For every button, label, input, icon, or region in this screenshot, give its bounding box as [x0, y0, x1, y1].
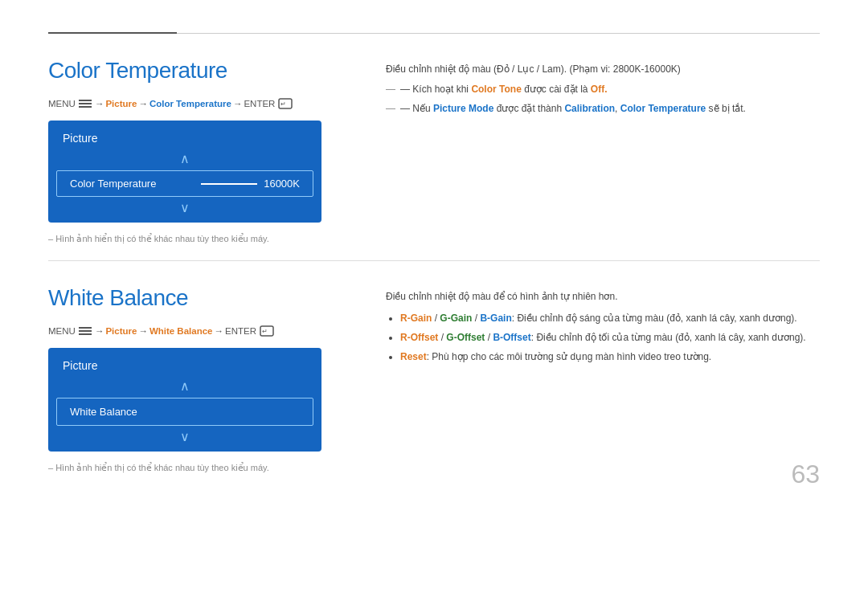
- svg-rect-2: [79, 106, 92, 108]
- section2-menu-box: Picture ∧ White Balance ∨: [48, 348, 321, 452]
- wb-bullet-3: Reset: Phù hợp cho các môi trường sử dụn…: [400, 349, 820, 364]
- menu-picture1: Picture: [105, 99, 137, 108]
- top-dividers: [48, 32, 820, 34]
- section2-menu-path: MENU → Picture → White Balance → ENTER ↵: [48, 325, 354, 337]
- chevron-down-2: ∨: [48, 429, 321, 445]
- mid-divider: [48, 260, 820, 261]
- section2-right: Điều chỉnh nhiệt độ màu để có hình ảnh t…: [386, 285, 820, 473]
- menu-label-2: MENU: [48, 326, 76, 336]
- r-gain: R-Gain: [400, 313, 432, 324]
- menu-label: MENU: [48, 99, 76, 108]
- enter-label: ENTER: [244, 99, 275, 108]
- section2-left: White Balance MENU → Picture → White Bal…: [48, 285, 354, 473]
- arrow2: →: [138, 99, 148, 108]
- r-offset: R-Offset: [400, 332, 438, 343]
- divider-light: [177, 33, 820, 34]
- wb-bullet-2: R-Offset / G-Offset / B-Offset: Điều chỉ…: [400, 330, 820, 345]
- wb-bullet-list: R-Gain / G-Gain / B-Gain: Điều chỉnh độ …: [386, 311, 820, 364]
- wb-desc-main: Điều chỉnh nhiệt độ màu để có hình ảnh t…: [386, 289, 820, 304]
- g-gain: G-Gain: [440, 313, 472, 324]
- dash-1-text: — Kích hoạt khi Color Tone được cài đặt …: [400, 82, 608, 97]
- svg-rect-6: [79, 330, 92, 332]
- dash-item-2: — Nếu Picture Mode được đặt thành Calibr…: [386, 101, 820, 116]
- chevron-down-1: ∨: [48, 200, 321, 216]
- arrow3-2: →: [214, 326, 223, 336]
- arrow3: →: [233, 99, 243, 108]
- page-number: 63: [791, 460, 820, 489]
- menu-color-temp: Color Temperature: [149, 99, 231, 108]
- slider-line: [201, 183, 257, 185]
- b-offset: B-Offset: [493, 332, 530, 343]
- section2-note: – Hình ảnh hiển thị có thể khác nhau tùy…: [48, 463, 354, 473]
- chevron-up-2: ∧: [48, 378, 321, 394]
- dash-2-text: — Nếu Picture Mode được đặt thành Calibr…: [400, 101, 746, 116]
- color-temperature-section: Color Temperature MENU → Picture → Color…: [48, 58, 820, 244]
- section1-menu-box: Picture ∧ Color Temperature 16000K ∨: [48, 121, 321, 223]
- color-temp-menu-item: Color Temperature 16000K: [56, 170, 313, 197]
- menu-picture2: Picture: [105, 326, 137, 336]
- arrow1-2: →: [95, 326, 104, 336]
- section1-menu-path: MENU → Picture → Color Temperature → ENT…: [48, 98, 354, 109]
- section1-left: Color Temperature MENU → Picture → Color…: [48, 58, 354, 244]
- arrow2-2: →: [138, 326, 148, 336]
- section1-right-desc: Điều chỉnh nhiệt độ màu (Đỏ / Lục / Lam)…: [386, 62, 820, 117]
- color-temp-slider-value: 16000K: [201, 178, 300, 190]
- section2-right-desc: Điều chỉnh nhiệt độ màu để có hình ảnh t…: [386, 289, 820, 364]
- menu-box2-title: Picture: [48, 354, 321, 378]
- g-offset: G-Offset: [446, 332, 485, 343]
- wb-bullet-1: R-Gain / G-Gain / B-Gain: Điều chỉnh độ …: [400, 311, 820, 325]
- divider-dark: [48, 32, 177, 34]
- enter-icon: ↵: [278, 98, 293, 109]
- enter-label-2: ENTER: [225, 326, 256, 336]
- section2-title: White Balance: [48, 285, 354, 311]
- wb-bullet-1-text: : Điều chỉnh độ sáng của từng màu (đỏ, x…: [512, 313, 797, 324]
- wb-bullet-2-text: : Điều chỉnh độ tối của từng màu (đỏ, xa…: [531, 332, 806, 343]
- color-temp-label: Color Temperature: [70, 178, 156, 190]
- menu-white-balance: White Balance: [149, 326, 213, 336]
- menu-icon-2: [79, 327, 92, 336]
- menu-box1-title: Picture: [48, 127, 321, 151]
- dash-item-1: — Kích hoạt khi Color Tone được cài đặt …: [386, 82, 820, 97]
- wb-bullet-3-text: : Phù hợp cho các môi trường sử dụng màn…: [427, 351, 712, 362]
- section1-title: Color Temperature: [48, 58, 354, 84]
- desc-main: Điều chỉnh nhiệt độ màu (Đỏ / Lục / Lam)…: [386, 62, 820, 77]
- white-balance-menu-item: White Balance: [56, 398, 313, 426]
- arrow1: →: [95, 99, 104, 108]
- menu-icon: [79, 100, 92, 108]
- svg-text:↵: ↵: [262, 328, 268, 335]
- color-temp-value: 16000K: [264, 178, 300, 190]
- svg-rect-1: [79, 103, 92, 104]
- section1-note: – Hình ảnh hiển thị có thể khác nhau tùy…: [48, 234, 354, 244]
- svg-rect-5: [79, 327, 92, 329]
- b-gain: B-Gain: [480, 313, 511, 324]
- reset-label: Reset: [400, 351, 427, 362]
- white-balance-section: White Balance MENU → Picture → White Bal…: [48, 285, 820, 473]
- section1-right: Điều chỉnh nhiệt độ màu (Đỏ / Lục / Lam)…: [386, 58, 820, 244]
- svg-rect-0: [79, 100, 92, 101]
- svg-text:↵: ↵: [280, 100, 286, 108]
- enter-icon-2: ↵: [260, 325, 274, 337]
- chevron-up-1: ∧: [48, 151, 321, 167]
- svg-rect-7: [79, 333, 92, 335]
- white-balance-label: White Balance: [70, 406, 137, 418]
